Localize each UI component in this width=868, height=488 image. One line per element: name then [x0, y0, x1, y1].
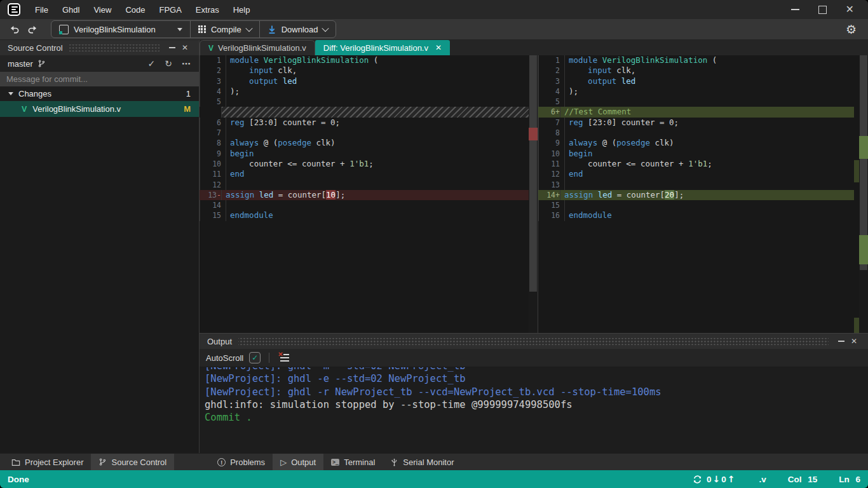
code-text[interactable]: end: [226, 169, 529, 179]
code-text[interactable]: counter <= counter + 1'b1;: [564, 159, 854, 169]
bottom-tab-terminal[interactable]: >_Terminal: [323, 454, 383, 470]
panel-close-button[interactable]: ✕: [179, 40, 191, 55]
code-text[interactable]: endmodule: [564, 210, 854, 220]
branch-name[interactable]: master: [8, 59, 33, 69]
code-text[interactable]: );: [226, 86, 529, 97]
menu-item-code[interactable]: Code: [118, 3, 152, 17]
code-text[interactable]: assign led = counter[10];: [221, 190, 529, 200]
code-line: 12end: [538, 169, 854, 179]
code-token: ;: [369, 159, 374, 168]
more-actions-icon[interactable]: ⋯: [182, 58, 191, 69]
bottom-tab-serial-monitor[interactable]: Serial Monitor: [383, 454, 461, 470]
line-number: 8: [204, 138, 226, 148]
code-text[interactable]: reg [23:0] counter = 0;: [564, 118, 854, 128]
scrollbar[interactable]: [859, 55, 868, 333]
code-line: 11 counter <= counter + 1'b1;: [538, 159, 854, 169]
chevron-down-icon[interactable]: [322, 25, 329, 32]
close-icon[interactable]: ✕: [846, 4, 854, 15]
chevron-down-icon[interactable]: [245, 25, 252, 32]
code-text[interactable]: [221, 107, 529, 117]
code-text[interactable]: counter <= counter + 1'b1;: [226, 159, 529, 169]
code-token: input: [588, 65, 612, 75]
menu-item-help[interactable]: Help: [226, 3, 257, 17]
bottom-tab-project-explorer[interactable]: Project Explorer: [4, 454, 91, 470]
code-token: [230, 76, 249, 86]
menu-item-view[interactable]: View: [86, 3, 118, 17]
code-token: @ (: [597, 138, 616, 147]
code-line: 5: [200, 97, 529, 107]
code-token: VerilogBlinkSimulation: [264, 55, 369, 65]
changes-section-header[interactable]: Changes 1: [0, 86, 199, 101]
panel-minimize-button[interactable]: [166, 40, 179, 55]
maximize-icon[interactable]: [818, 6, 827, 14]
code-text[interactable]: [564, 128, 854, 138]
bottom-tab-problems[interactable]: !Problems: [210, 454, 273, 470]
code-token: posedge: [616, 138, 650, 147]
line-number: 1: [204, 55, 226, 65]
code-text[interactable]: [564, 97, 854, 107]
scrollbar[interactable]: [529, 55, 538, 333]
refresh-icon[interactable]: ↻: [165, 58, 172, 69]
undo-icon[interactable]: [8, 23, 20, 36]
menu-item-ghdl[interactable]: Ghdl: [55, 3, 86, 17]
gear-icon[interactable]: ⚙: [846, 22, 860, 36]
git-sync-indicator[interactable]: 0 ↓ 0 ↑: [693, 474, 735, 484]
changed-file-row[interactable]: V VerilogBlinkSimulation.v M: [0, 101, 199, 117]
autoscroll-checkbox[interactable]: ✓: [249, 352, 261, 363]
code-text[interactable]: always @ (posedge clk): [226, 138, 529, 148]
tab-diff-verilogblinksimulation-v[interactable]: Diff: VerilogBlinkSimulation.v✕: [315, 40, 450, 55]
code-text[interactable]: [226, 128, 529, 138]
commit-check-icon[interactable]: ✓: [148, 58, 156, 69]
tab-verilogblinksimulation-v[interactable]: VVerilogBlinkSimulation.v: [200, 40, 315, 55]
code-text[interactable]: end: [564, 169, 854, 179]
code-text[interactable]: [226, 180, 529, 190]
code-text[interactable]: assign led = counter[20];: [560, 190, 854, 200]
menu-item-fpga[interactable]: FPGA: [152, 3, 188, 17]
code-text[interactable]: reg [23:0] counter = 0;: [226, 118, 529, 128]
code-text[interactable]: input clk,: [226, 65, 529, 76]
minimize-icon[interactable]: [791, 9, 799, 10]
clear-output-icon[interactable]: ✕: [278, 353, 289, 363]
code-text[interactable]: [564, 180, 854, 190]
source-control-title: Source Control: [8, 43, 63, 53]
code-text[interactable]: output led: [226, 76, 529, 86]
column-indicator[interactable]: Col 15: [788, 475, 818, 484]
code-text[interactable]: always @ (posedge clk): [564, 138, 854, 148]
bottom-bar: Project ExplorerSource Control !Problems…: [0, 453, 868, 470]
code-token: input: [249, 65, 273, 75]
code-text[interactable]: begin: [564, 149, 854, 159]
code-text[interactable]: input clk,: [564, 65, 854, 76]
code-text[interactable]: begin: [226, 149, 529, 159]
output-controls: AutoScroll ✓ ✕: [200, 349, 868, 367]
project-selector[interactable]: VerilogBlinkSimulation: [51, 21, 190, 37]
code-text[interactable]: module VerilogBlinkSimulation (: [226, 55, 529, 65]
redo-icon[interactable]: [27, 23, 39, 36]
line-indicator[interactable]: Ln 6: [839, 475, 860, 484]
panel-minimize-button[interactable]: [835, 334, 848, 349]
output-console[interactable]: [NewProject]: ghdl -m --std=02 NewProjec…: [200, 367, 868, 453]
bottom-tab-source-control[interactable]: Source Control: [91, 454, 174, 470]
download-button[interactable]: Download: [259, 21, 336, 37]
code-line: 2 input clk,: [200, 65, 529, 76]
bottom-tab-label: Problems: [230, 458, 265, 467]
line-number: 15: [543, 200, 564, 210]
code-text[interactable]: //Test Comment: [560, 107, 854, 117]
code-text[interactable]: );: [564, 86, 854, 97]
commit-message-input[interactable]: [0, 72, 199, 86]
code-text[interactable]: endmodule: [226, 210, 529, 220]
code-text[interactable]: [226, 97, 529, 107]
bottom-tab-output[interactable]: ▷Output: [273, 454, 323, 470]
code-token: [259, 55, 264, 65]
panel-close-button[interactable]: ✕: [848, 334, 860, 349]
tab-close-icon[interactable]: ✕: [435, 43, 442, 52]
code-text[interactable]: [226, 200, 529, 210]
code-line: 13-assign led = counter[10];: [200, 190, 529, 200]
code-text[interactable]: [564, 200, 854, 210]
compile-button[interactable]: Compile: [190, 21, 259, 37]
menu-item-extras[interactable]: Extras: [189, 3, 226, 17]
line-number: 2: [543, 65, 564, 76]
code-text[interactable]: module VerilogBlinkSimulation (: [564, 55, 854, 65]
code-text[interactable]: output led: [564, 76, 854, 86]
scrollbar-thumb[interactable]: [529, 55, 537, 292]
menu-item-file[interactable]: File: [28, 3, 55, 17]
